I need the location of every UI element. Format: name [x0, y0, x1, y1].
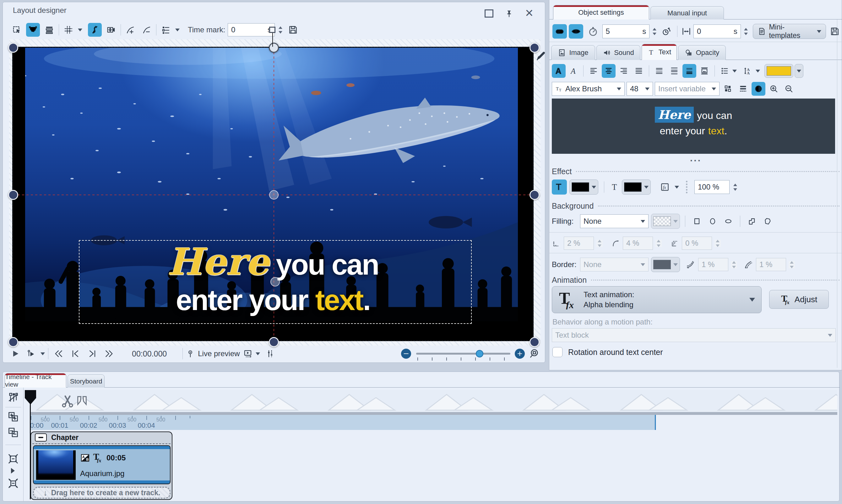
tab-sound[interactable]: Sound: [596, 45, 641, 60]
character-map-button[interactable]: [721, 82, 735, 96]
line-spacing-button[interactable]: AA: [740, 64, 754, 78]
font-family-combo[interactable]: TT Alex Brush: [552, 82, 625, 96]
filling-color[interactable]: [651, 214, 680, 229]
fast-forward-button[interactable]: [102, 347, 116, 360]
time-mark-input[interactable]: 0 s: [228, 23, 275, 36]
preview-monitor-icon[interactable]: [243, 349, 252, 358]
tab-storyboard[interactable]: Storyboard: [68, 374, 105, 388]
link-toggle-button[interactable]: [552, 24, 567, 39]
adjust-button[interactable]: T fx Adjust: [769, 290, 829, 309]
preview-settings-icon[interactable]: [266, 349, 275, 358]
inner-margin-spinner[interactable]: [596, 240, 603, 247]
remove-curve-point-button[interactable]: [140, 23, 154, 37]
duration-spinner[interactable]: [651, 28, 657, 35]
border-width-input[interactable]: 1 %: [698, 258, 728, 271]
tab-text[interactable]: T Text: [642, 44, 677, 60]
handle-middle-right[interactable]: [529, 190, 540, 200]
valign-top-button[interactable]: [652, 64, 666, 78]
paragraph-button[interactable]: [736, 82, 750, 96]
text-shadow-color[interactable]: [622, 180, 651, 195]
handle-textbox-center[interactable]: [270, 277, 280, 287]
contrast-preview-button[interactable]: [752, 82, 765, 96]
next-button[interactable]: [85, 347, 99, 360]
editor-resize-grip[interactable]: ...: [549, 155, 842, 161]
shape-circle-button[interactable]: [706, 214, 719, 228]
zoom-out-button[interactable]: −: [401, 349, 411, 359]
time-ruler[interactable]: 500 500 500 500 500 00:00 00:01 00:02 00…: [31, 415, 656, 430]
shape-freeform-button[interactable]: [761, 214, 774, 228]
align-left-button[interactable]: [587, 64, 600, 78]
soft-edge-spinner[interactable]: [715, 240, 721, 247]
curve-tool-button[interactable]: [26, 23, 40, 37]
corner-radius-input[interactable]: 4 %: [623, 237, 653, 250]
tab-image[interactable]: Image: [551, 45, 595, 60]
motion-path-button[interactable]: [88, 23, 102, 37]
insert-variable-combo[interactable]: Insert variable: [655, 82, 720, 96]
time-mark-spinner[interactable]: [277, 26, 284, 34]
valign-bottom-button[interactable]: [682, 64, 696, 78]
select-tool-button[interactable]: [10, 23, 23, 37]
align-justify-button[interactable]: [632, 64, 646, 78]
new-track-drop-area[interactable]: ↓ Drag here to create a new track.: [33, 487, 171, 499]
add-curve-point-button[interactable]: [123, 23, 137, 37]
expand-tracks-button[interactable]: [6, 477, 20, 490]
font-size-combo[interactable]: 48: [627, 82, 653, 96]
handle-middle-left[interactable]: [8, 190, 18, 200]
shape-path-button[interactable]: [745, 214, 758, 228]
handle-bottom-left[interactable]: [8, 337, 18, 347]
italic-button[interactable]: A: [567, 64, 580, 78]
tab-manual-input[interactable]: Manual input: [650, 6, 724, 19]
editor-zoom-out-button[interactable]: [782, 82, 795, 96]
scissors-icon[interactable]: [60, 394, 74, 408]
tab-object-settings[interactable]: Object settings: [553, 5, 649, 19]
shrink-tracks-button[interactable]: [6, 452, 20, 465]
grid-dropdown[interactable]: [78, 29, 82, 31]
zoom-slider-track[interactable]: [416, 353, 510, 355]
handle-canvas-center[interactable]: [269, 190, 279, 200]
motion-path-behavior-combo[interactable]: Text block: [552, 328, 836, 342]
playhead-line[interactable]: [30, 403, 31, 499]
corner-radius-spinner[interactable]: [655, 240, 662, 247]
chapter-header[interactable]: Chapter: [31, 432, 172, 443]
filling-combo[interactable]: None: [580, 214, 649, 228]
valign-middle-button[interactable]: [667, 64, 681, 78]
font-color-dropdown[interactable]: [794, 64, 803, 78]
duration-input[interactable]: 5 s: [602, 24, 650, 38]
list-format-dropdown[interactable]: [732, 70, 737, 72]
inner-margin-input[interactable]: 2 %: [564, 237, 594, 250]
align-right-button[interactable]: [617, 64, 631, 78]
preview-monitor-dropdown[interactable]: [256, 353, 260, 355]
camera-pan-button[interactable]: [104, 23, 118, 37]
align-center-button[interactable]: [602, 64, 616, 78]
play-options-dropdown[interactable]: [40, 353, 45, 355]
bold-button[interactable]: A: [552, 64, 566, 78]
shape-ellipse-button[interactable]: [722, 214, 735, 228]
line-spacing-dropdown[interactable]: [756, 70, 760, 72]
text-border-color[interactable]: [569, 180, 598, 195]
split-icon[interactable]: [76, 395, 88, 407]
font-color-swatch[interactable]: [765, 64, 793, 78]
shape-rectangle-button[interactable]: [690, 214, 703, 228]
edit-brush-icon[interactable]: [536, 51, 546, 61]
chapter-collapse-button[interactable]: [35, 433, 47, 442]
save-time-marks-button[interactable]: [286, 23, 300, 37]
rewind-button[interactable]: [52, 347, 65, 360]
mini-templates-button[interactable]: Mini-templates: [753, 24, 826, 39]
border-width-spinner[interactable]: [731, 261, 737, 268]
layers-button[interactable]: [42, 23, 56, 37]
visibility-toggle-button[interactable]: [569, 24, 583, 39]
zoom-in-tracks-button[interactable]: [6, 410, 20, 424]
zoom-fit-icon[interactable]: [529, 348, 541, 359]
effect-opacity-input[interactable]: 100 %: [695, 180, 730, 194]
border-combo[interactable]: None: [580, 258, 649, 271]
text-border-toggle[interactable]: T: [552, 180, 567, 195]
border-color[interactable]: [651, 257, 680, 272]
offset-spinner[interactable]: [743, 28, 749, 35]
slide-canvas[interactable]: Hereyou can enter yourtext.: [12, 47, 533, 341]
handle-bottom-right[interactable]: [529, 337, 540, 347]
text-animation-dropdown[interactable]: T fx Text animation: Alpha blending: [552, 286, 761, 313]
text-image-layout-button[interactable]: [698, 64, 711, 78]
text-editor[interactable]: Hereyou can enter yourtext.: [552, 98, 835, 154]
play-button[interactable]: [9, 347, 22, 360]
track-options-button[interactable]: [6, 391, 20, 404]
